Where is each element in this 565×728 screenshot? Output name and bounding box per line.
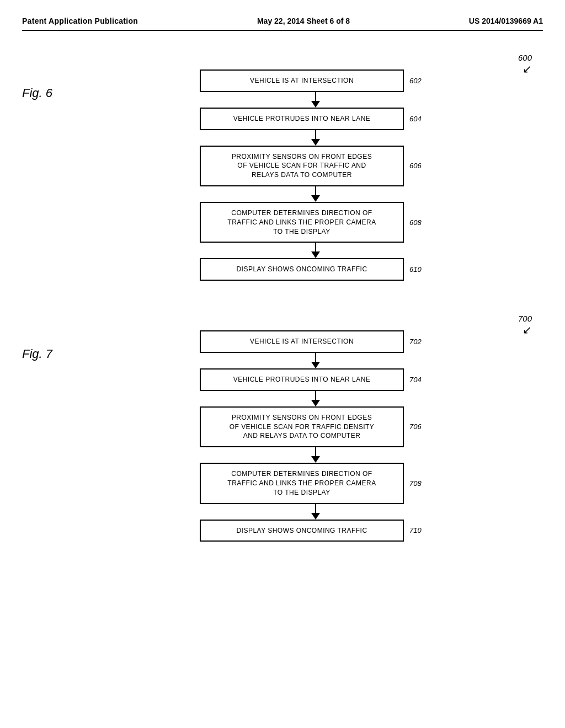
arrow-line-body: [315, 130, 316, 139]
box-container-6-0: VEHICLE IS AT INTERSECTION: [200, 69, 404, 92]
page-header: Patent Application Publication May 22, 2…: [22, 17, 543, 31]
step-label-710: 710: [409, 526, 431, 534]
flow-box-step-702: VEHICLE IS AT INTERSECTION: [200, 330, 404, 353]
flow-row-7-1: VEHICLE PROTRUDES INTO NEAR LANE704: [200, 368, 431, 391]
flow-box-step-710: DISPLAY SHOWS ONCOMING TRAFFIC: [200, 520, 404, 542]
step-label-608: 608: [409, 218, 431, 227]
arrow-6-0: [311, 92, 320, 108]
box-container-7-3: COMPUTER DETERMINES DIRECTION OFTRAFFIC …: [200, 463, 404, 504]
box-container-6-1: VEHICLE PROTRUDES INTO NEAR LANE: [200, 108, 404, 130]
step-label-706: 706: [409, 422, 431, 431]
flow-wrapper-7: VEHICLE IS AT INTERSECTION702VEHICLE PRO…: [200, 330, 431, 542]
flow-wrapper-6: VEHICLE IS AT INTERSECTION602VEHICLE PRO…: [200, 69, 431, 281]
flow-box-step-706: PROXIMITY SENSORS ON FRONT EDGESOF VEHIC…: [200, 406, 404, 447]
flow-box-step-608: COMPUTER DETERMINES DIRECTION OFTRAFFIC …: [200, 202, 404, 243]
flowchart-area-7: 700 ↙ VEHICLE IS AT INTERSECTION702VEHIC…: [88, 314, 543, 542]
step-label-704: 704: [409, 376, 431, 384]
flow-row-6-3: COMPUTER DETERMINES DIRECTION OFTRAFFIC …: [200, 202, 431, 243]
figures-area: Fig. 6 600 ↙ VEHICLE IS AT INTERSECTION6…: [22, 53, 543, 542]
box-container-6-4: DISPLAY SHOWS ONCOMING TRAFFIC: [200, 258, 404, 281]
flow-row-6-4: DISPLAY SHOWS ONCOMING TRAFFIC610: [200, 258, 431, 281]
flow-row-6-1: VEHICLE PROTRUDES INTO NEAR LANE604: [200, 108, 431, 130]
step-label-610: 610: [409, 265, 431, 274]
arrow-line-head: [311, 251, 320, 258]
step-label-604: 604: [409, 115, 431, 123]
arrow-7-1: [311, 391, 320, 406]
box-container-6-2: PROXIMITY SENSORS ON FRONT EDGESOF VEHIC…: [200, 146, 404, 186]
flow-row-7-3: COMPUTER DETERMINES DIRECTION OFTRAFFIC …: [200, 463, 431, 504]
fig-main-arrow: ↙: [523, 62, 532, 76]
arrow-7-0: [311, 353, 320, 368]
arrow-6-1: [311, 130, 320, 146]
page: Patent Application Publication May 22, 2…: [0, 0, 565, 728]
figure-section-6: Fig. 6 600 ↙ VEHICLE IS AT INTERSECTION6…: [22, 53, 543, 281]
flow-row-7-2: PROXIMITY SENSORS ON FRONT EDGESOF VEHIC…: [200, 406, 431, 447]
arrow-6-2: [311, 186, 320, 202]
flow-row-7-0: VEHICLE IS AT INTERSECTION702: [200, 330, 431, 353]
header-center: May 22, 2014 Sheet 6 of 8: [257, 17, 350, 25]
arrow-line-head: [311, 139, 320, 146]
box-container-7-0: VEHICLE IS AT INTERSECTION: [200, 330, 404, 353]
arrow-line-body: [315, 92, 316, 101]
fig-number-area-6: 600 ↙: [518, 53, 532, 76]
step-label-702: 702: [409, 338, 431, 346]
flow-box-step-704: VEHICLE PROTRUDES INTO NEAR LANE: [200, 368, 404, 391]
flow-row-6-2: PROXIMITY SENSORS ON FRONT EDGESOF VEHIC…: [200, 146, 431, 186]
arrow-line-body: [315, 353, 316, 362]
arrow-line-body: [315, 391, 316, 400]
arrow-line-body: [315, 504, 316, 513]
flow-box-step-606: PROXIMITY SENSORS ON FRONT EDGESOF VEHIC…: [200, 146, 404, 186]
flow-box-step-604: VEHICLE PROTRUDES INTO NEAR LANE: [200, 108, 404, 130]
step-label-606: 606: [409, 162, 431, 170]
arrow-line-body: [315, 243, 316, 251]
box-container-7-4: DISPLAY SHOWS ONCOMING TRAFFIC: [200, 520, 404, 542]
box-container-7-2: PROXIMITY SENSORS ON FRONT EDGESOF VEHIC…: [200, 406, 404, 447]
header-right: US 2014/0139669 A1: [469, 17, 543, 25]
fig-number-area-7: 700 ↙: [518, 314, 532, 336]
arrow-6-3: [311, 243, 320, 258]
figure-section-7: Fig. 7 700 ↙ VEHICLE IS AT INTERSECTION7…: [22, 314, 543, 542]
arrow-7-3: [311, 504, 320, 520]
fig-main-number: 700: [518, 314, 532, 323]
step-label-708: 708: [409, 479, 431, 488]
fig-main-number: 600: [518, 53, 532, 62]
flowchart-area-6: 600 ↙ VEHICLE IS AT INTERSECTION602VEHIC…: [88, 53, 543, 281]
flow-row-7-4: DISPLAY SHOWS ONCOMING TRAFFIC710: [200, 520, 431, 542]
box-container-7-1: VEHICLE PROTRUDES INTO NEAR LANE: [200, 368, 404, 391]
figure-label-6: Fig. 6: [22, 53, 88, 100]
arrow-7-2: [311, 447, 320, 463]
arrow-line-head: [311, 456, 320, 463]
arrow-line-body: [315, 447, 316, 456]
flow-row-6-0: VEHICLE IS AT INTERSECTION602: [200, 69, 431, 92]
fig-main-arrow: ↙: [523, 323, 532, 336]
header-left: Patent Application Publication: [22, 17, 138, 25]
arrow-line-body: [315, 186, 316, 195]
flow-box-step-602: VEHICLE IS AT INTERSECTION: [200, 69, 404, 92]
arrow-line-head: [311, 195, 320, 202]
flow-box-step-610: DISPLAY SHOWS ONCOMING TRAFFIC: [200, 258, 404, 281]
arrow-line-head: [311, 362, 320, 368]
box-container-6-3: COMPUTER DETERMINES DIRECTION OFTRAFFIC …: [200, 202, 404, 243]
arrow-line-head: [311, 101, 320, 108]
step-label-602: 602: [409, 77, 431, 85]
figure-label-7: Fig. 7: [22, 314, 88, 361]
arrow-line-head: [311, 513, 320, 520]
arrow-line-head: [311, 400, 320, 406]
flow-box-step-708: COMPUTER DETERMINES DIRECTION OFTRAFFIC …: [200, 463, 404, 504]
